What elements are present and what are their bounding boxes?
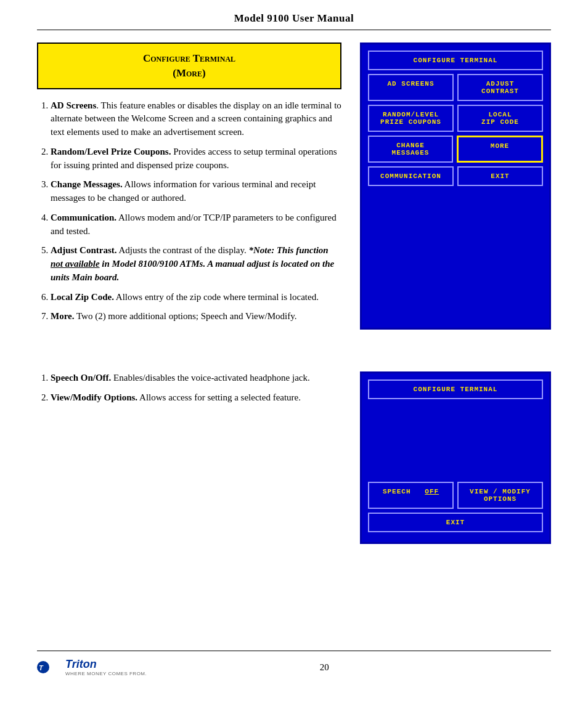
list-item-bold: Speech On/Off. [51, 373, 111, 383]
triton-tagline: WHERE MONEY COMES FROM. [65, 671, 147, 676]
text-column-1: Configure Terminal (More) AD Screens. Th… [37, 43, 341, 330]
second-list: Speech On/Off. Enables/disables the voic… [37, 371, 341, 405]
atm-row-4: COMMUNICATION EXIT [368, 166, 543, 186]
list-item-bold: More. [51, 311, 74, 321]
list-item-bold: View/Modify Options. [51, 392, 137, 402]
list-item: Change Messages. Allows information for … [51, 178, 341, 205]
yellow-box: Configure Terminal (More) [37, 43, 341, 89]
atm2-top: CONFIGURE TERMINAL [368, 379, 543, 434]
list-item-bold: AD Screens [51, 100, 96, 110]
text-column-2: Speech On/Off. Enables/disables the voic… [37, 371, 341, 544]
logo-text-block: Triton WHERE MONEY COMES FROM. [65, 658, 147, 676]
footer-logo: T Triton WHERE MONEY COMES FROM. [37, 657, 147, 677]
atm-local-zip-btn[interactable]: LOCAL ZIP CODE [457, 105, 543, 132]
triton-logo-text: Triton [65, 658, 147, 671]
atm-configure-terminal-btn[interactable]: CONFIGURE TERMINAL [368, 51, 543, 70]
list-item-bold: Communication. [51, 213, 116, 222]
page-footer: T Triton WHERE MONEY COMES FROM. 20 [37, 651, 551, 677]
atm-adjust-contrast-btn[interactable]: ADJUST CONTRAST [457, 74, 543, 101]
section2: Speech On/Off. Enables/disables the voic… [37, 371, 551, 544]
atm-change-messages-btn[interactable]: CHANGE MESSAGES [368, 136, 453, 163]
yellow-box-title: Configure Terminal (More) [44, 51, 334, 81]
triton-logo-icon: T [37, 657, 62, 677]
atm-ad-screens-btn[interactable]: AD SCREENS [368, 74, 454, 101]
atm2-view-modify-btn[interactable]: VIEW / MODIFY OPTIONS [457, 482, 543, 509]
list-item: Speech On/Off. Enables/disables the voic… [51, 371, 341, 385]
atm2-speech-btn[interactable]: SPEECH OFF [368, 482, 454, 509]
page-header: Model 9100 User Manual [37, 12, 551, 30]
atm-row-3: CHANGE MESSAGES MORE [368, 136, 543, 163]
atm-panel-1: CONFIGURE TERMINAL AD SCREENS ADJUST CON… [360, 43, 551, 330]
list-item-bold: Change Messages. [51, 179, 123, 189]
list-item: More. Two (2) more additional options; S… [51, 310, 341, 323]
page-wrapper: Model 9100 User Manual Configure Termina… [0, 0, 588, 714]
list-item: Communication. Allows modem and/or TCP/I… [51, 211, 341, 238]
atm2-spacer [368, 403, 543, 434]
atm2-configure-terminal-btn[interactable]: CONFIGURE TERMINAL [368, 379, 543, 399]
section1: Configure Terminal (More) AD Screens. Th… [37, 43, 551, 330]
atm2-speech-row: SPEECH OFF VIEW / MODIFY OPTIONS [368, 482, 543, 509]
page-title: Model 9100 User Manual [234, 12, 354, 24]
list-item: Random/Level Prize Coupons. Provides acc… [51, 145, 341, 172]
atm-row-2: RANDOM/LEVEL PRIZE COUPONS LOCAL ZIP COD… [368, 105, 543, 132]
main-list: AD Screens. This feature enables or disa… [37, 99, 341, 324]
atm-panel-2: CONFIGURE TERMINAL SPEECH OFF VIEW / MOD… [360, 371, 551, 544]
list-item: Local Zip Code. Allows entry of the zip … [51, 291, 341, 304]
atm-row-1: AD SCREENS ADJUST CONTRAST [368, 74, 543, 101]
atm-more-btn[interactable]: MORE [457, 136, 543, 163]
list-item-bold: Local Zip Code. [51, 292, 114, 302]
atm-random-btn[interactable]: RANDOM/LEVEL PRIZE COUPONS [368, 105, 454, 132]
atm-exit-btn[interactable]: EXIT [457, 166, 543, 186]
atm-communication-btn[interactable]: COMMUNICATION [368, 166, 454, 186]
page-number: 20 [320, 662, 329, 673]
list-item: AD Screens. This feature enables or disa… [51, 99, 341, 139]
list-item: View/Modify Options. Allows access for s… [51, 391, 341, 405]
atm2-exit-btn[interactable]: EXIT [368, 513, 543, 532]
list-item: Adjust Contrast. Adjusts the contrast of… [51, 244, 341, 284]
atm2-bottom: SPEECH OFF VIEW / MODIFY OPTIONS EXIT [368, 482, 543, 536]
spacer [37, 341, 551, 359]
list-item-bold: Adjust Contrast. [51, 245, 117, 255]
list-item-bold: Random/Level Prize Coupons. [51, 147, 171, 156]
